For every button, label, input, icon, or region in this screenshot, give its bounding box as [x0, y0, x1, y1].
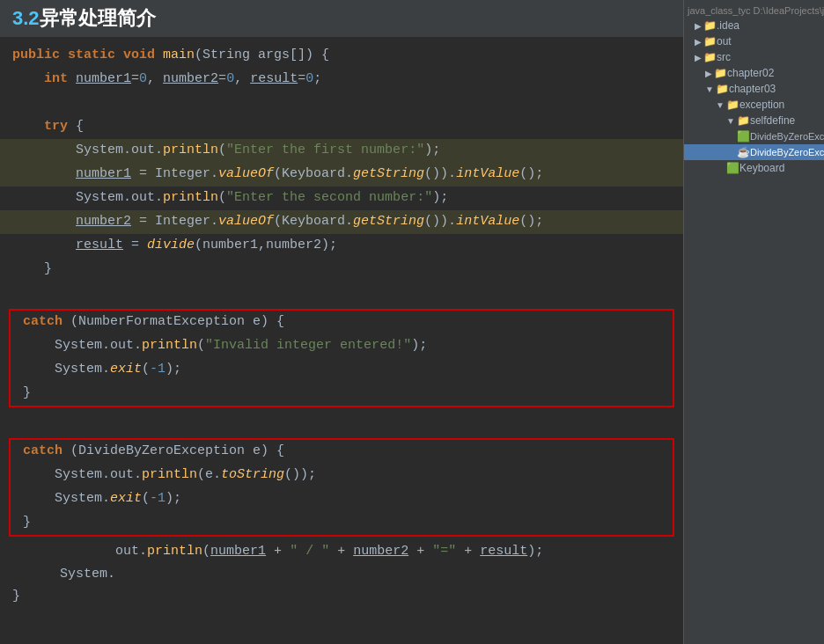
code-indent: [12, 210, 76, 233]
method-println: println: [142, 334, 197, 357]
tree-item-src[interactable]: ▶ 📁 src: [684, 49, 824, 65]
tree-item-label: chapter02: [727, 67, 774, 79]
expand-icon: ▼: [705, 84, 714, 94]
expand-icon: ▶: [695, 37, 702, 47]
code-text: (: [218, 139, 226, 162]
method-println: println: [163, 187, 218, 209]
code-indent: [12, 258, 44, 281]
keyword-catch: catch: [23, 440, 70, 463]
code-text: (: [142, 487, 150, 510]
code-text: .: [134, 334, 142, 357]
tree-item-idea[interactable]: ▶ 📁 .idea: [684, 18, 824, 33]
code-line: int number1=0, number2=0, result=0;: [0, 68, 683, 91]
tree-item-label: Keyboard: [739, 162, 784, 174]
code-text: (String: [195, 44, 258, 67]
code-line-close: }: [0, 585, 683, 609]
code-text: =: [131, 68, 139, 91]
tree-item-label: chapter03: [729, 83, 776, 95]
num-0c: 0: [305, 68, 313, 91]
code-text: {: [76, 115, 84, 138]
code-text: ();: [519, 163, 543, 186]
code-line: }: [11, 382, 673, 406]
field-out: out: [131, 139, 155, 162]
code-text: System.: [76, 139, 131, 162]
tree-item-dividebyzero-java[interactable]: ☕ DivideByZeroExcepti...: [684, 144, 824, 160]
folder-icon: 📁: [703, 51, 717, 63]
tree-item-chapter03[interactable]: ▼ 📁 chapter03: [684, 81, 824, 97]
keyword-int: int: [44, 68, 76, 91]
code-line: number1 = Integer.valueOf(Keyboard.getSt…: [0, 163, 683, 187]
title-bar: 3.2 异常处理简介: [0, 0, 683, 37]
tree-item-label: DivideByZeroExcepti...: [750, 131, 824, 142]
string-literal: "Enter the first number:": [226, 139, 424, 162]
code-line: System.out.println(e.toString());: [11, 464, 673, 487]
tree-item-dividebyzero-class[interactable]: 🟩 DivideByZeroExcepti...: [684, 128, 824, 144]
code-line: result = divide(number1,number2);: [0, 234, 683, 258]
tree-item-chapter02[interactable]: ▶ 📁 chapter02: [684, 65, 824, 81]
method-println: println: [163, 139, 218, 162]
num-0b: 0: [226, 68, 234, 91]
expand-icon: ▶: [695, 21, 702, 31]
num-neg1: -1: [150, 358, 166, 381]
folder-icon: 📁: [716, 83, 729, 95]
class-file-icon: 🟩: [737, 130, 750, 143]
expand-icon: ▶: [695, 53, 702, 62]
code-text: System.: [55, 487, 110, 510]
code-area: 3.2 异常处理简介 public static void main(Strin…: [0, 0, 683, 644]
string-literal: "Enter the second number:": [226, 187, 432, 209]
java-file-icon: ☕: [737, 146, 750, 158]
code-text: System.: [76, 187, 131, 209]
code-text: (number1,number2);: [195, 234, 337, 257]
string-literal: "Invalid integer entered!": [205, 334, 411, 357]
code-text: =: [218, 68, 226, 91]
folder-icon: 📁: [703, 19, 717, 32]
code-line-bottom: System.out.println(number1 + " / " + num…: [0, 540, 683, 585]
code-text: .: [155, 187, 163, 209]
folder-icon: 📁: [726, 99, 739, 111]
var-number2: number2: [76, 210, 131, 233]
tree-item-label: .idea: [717, 19, 739, 32]
method-exit: exit: [110, 358, 142, 381]
code-text: .: [155, 139, 163, 162]
keyword-public: public: [12, 44, 68, 67]
method-println: println: [147, 540, 202, 563]
code-line: number2 = Integer.valueOf(Keyboard.getSt…: [0, 210, 683, 234]
field-out: out: [131, 187, 155, 209]
code-text: (NumberFormatException e) {: [70, 311, 284, 333]
method-exit: exit: [110, 487, 142, 510]
code-text: }: [23, 382, 31, 405]
code-text: ,: [234, 68, 250, 91]
var-number2: number2: [163, 68, 218, 91]
tree-item-exception[interactable]: ▼ 📁 exception: [684, 97, 824, 113]
code-text: args[]) {: [258, 44, 329, 67]
code-indent: [12, 115, 44, 138]
method-intvalue: intValue: [456, 210, 519, 233]
method-main: main: [163, 44, 195, 67]
var-number1: number1: [210, 540, 266, 563]
code-text: (DivideByZeroException e) {: [70, 440, 284, 463]
code-text: ()).: [424, 210, 456, 233]
tree-item-label: src: [717, 51, 731, 63]
tree-item-out[interactable]: ▶ 📁 out: [684, 33, 824, 49]
code-line: catch (NumberFormatException e) {: [11, 311, 673, 334]
section-title: 异常处理简介: [40, 5, 156, 32]
method-println: println: [142, 464, 197, 487]
code-line: System.exit(-1);: [11, 487, 673, 511]
num-neg1b: -1: [150, 487, 166, 510]
code-text: }: [44, 258, 52, 281]
field-out: out: [115, 540, 139, 563]
code-line: System.out.println("Enter the second num…: [0, 187, 683, 210]
expand-icon: ▶: [705, 69, 712, 78]
num-0: 0: [139, 68, 147, 91]
tree-item-label: exception: [739, 99, 784, 111]
code-content: public static void main(String args[]) {…: [0, 37, 683, 616]
code-text: );: [424, 139, 440, 162]
code-indent: [12, 234, 76, 257]
tree-item-selfdefine[interactable]: ▼ 📁 selfdefine: [684, 113, 824, 128]
tree-item-keyboard[interactable]: 🟩 Keyboard: [684, 160, 824, 176]
var-result: result: [76, 234, 123, 257]
code-text: = Integer.: [131, 163, 218, 186]
var-result: result: [250, 68, 298, 91]
code-text: (: [142, 358, 150, 381]
code-line: System.out.println("Invalid integer ente…: [11, 334, 673, 358]
